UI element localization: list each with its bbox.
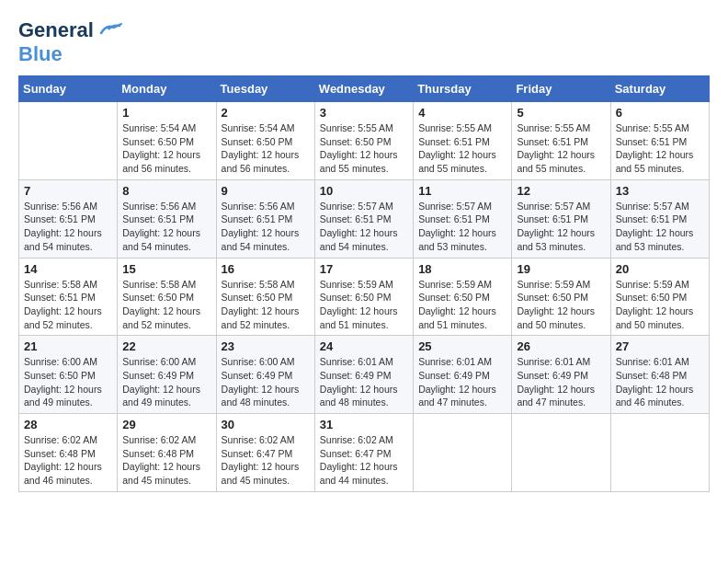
calendar-cell: 19Sunrise: 5:59 AM Sunset: 6:50 PM Dayli…: [512, 258, 610, 336]
day-info: Sunrise: 6:02 AM Sunset: 6:48 PM Dayligh…: [24, 433, 112, 488]
day-number: 18: [418, 262, 506, 276]
calendar-cell: 20Sunrise: 5:59 AM Sunset: 6:50 PM Dayli…: [610, 258, 709, 336]
calendar-cell: 23Sunrise: 6:00 AM Sunset: 6:49 PM Dayli…: [216, 336, 314, 414]
day-info: Sunrise: 5:57 AM Sunset: 6:51 PM Dayligh…: [517, 200, 605, 254]
calendar-cell: 30Sunrise: 6:02 AM Sunset: 6:47 PM Dayli…: [216, 414, 314, 492]
calendar-cell: 12Sunrise: 5:57 AM Sunset: 6:51 PM Dayli…: [512, 179, 610, 258]
day-number: 28: [24, 418, 112, 431]
day-info: Sunrise: 6:01 AM Sunset: 6:48 PM Dayligh…: [616, 355, 704, 409]
calendar-cell: 17Sunrise: 5:59 AM Sunset: 6:50 PM Dayli…: [314, 258, 413, 336]
day-number: 4: [418, 106, 506, 120]
calendar-header-row: SundayMondayTuesdayWednesdayThursdayFrid…: [19, 76, 710, 102]
day-info: Sunrise: 6:00 AM Sunset: 6:50 PM Dayligh…: [24, 355, 112, 409]
day-info: Sunrise: 5:55 AM Sunset: 6:51 PM Dayligh…: [418, 121, 506, 176]
day-number: 8: [122, 184, 210, 198]
calendar-cell: 24Sunrise: 6:01 AM Sunset: 6:49 PM Dayli…: [314, 336, 413, 414]
day-number: 2: [222, 106, 310, 120]
day-info: Sunrise: 6:01 AM Sunset: 6:49 PM Dayligh…: [517, 355, 605, 409]
day-info: Sunrise: 6:02 AM Sunset: 6:48 PM Dayligh…: [122, 433, 210, 488]
calendar-cell: 8Sunrise: 5:56 AM Sunset: 6:51 PM Daylig…: [118, 179, 216, 258]
calendar-cell: 7Sunrise: 5:56 AM Sunset: 6:51 PM Daylig…: [19, 179, 118, 258]
day-number: 29: [122, 418, 210, 431]
calendar-cell: [610, 414, 709, 492]
day-number: 12: [517, 184, 605, 198]
calendar-cell: [19, 102, 118, 180]
day-number: 6: [616, 106, 704, 120]
weekday-header-sunday: Sunday: [19, 76, 118, 102]
calendar-cell: 27Sunrise: 6:01 AM Sunset: 6:48 PM Dayli…: [610, 336, 709, 414]
calendar-cell: 6Sunrise: 5:55 AM Sunset: 6:51 PM Daylig…: [610, 102, 709, 180]
day-number: 20: [616, 262, 704, 276]
day-number: 31: [320, 418, 408, 431]
calendar-cell: 4Sunrise: 5:55 AM Sunset: 6:51 PM Daylig…: [414, 102, 512, 180]
day-info: Sunrise: 5:56 AM Sunset: 6:51 PM Dayligh…: [222, 200, 310, 254]
calendar-cell: 25Sunrise: 6:01 AM Sunset: 6:49 PM Dayli…: [414, 336, 512, 414]
calendar-cell: 15Sunrise: 5:58 AM Sunset: 6:50 PM Dayli…: [118, 258, 216, 336]
calendar-cell: 31Sunrise: 6:02 AM Sunset: 6:47 PM Dayli…: [314, 414, 413, 492]
calendar-cell: 13Sunrise: 5:57 AM Sunset: 6:51 PM Dayli…: [610, 179, 709, 258]
day-number: 9: [222, 184, 310, 198]
day-info: Sunrise: 5:54 AM Sunset: 6:50 PM Dayligh…: [222, 121, 310, 176]
day-info: Sunrise: 5:56 AM Sunset: 6:51 PM Dayligh…: [24, 200, 112, 254]
day-number: 15: [122, 262, 210, 276]
day-info: Sunrise: 5:57 AM Sunset: 6:51 PM Dayligh…: [320, 200, 408, 254]
day-info: Sunrise: 6:01 AM Sunset: 6:49 PM Dayligh…: [320, 355, 408, 409]
calendar-cell: 2Sunrise: 5:54 AM Sunset: 6:50 PM Daylig…: [216, 102, 314, 180]
day-number: 14: [24, 262, 112, 276]
logo-blue: Blue: [18, 42, 63, 65]
day-info: Sunrise: 5:55 AM Sunset: 6:50 PM Dayligh…: [320, 121, 408, 176]
logo-general: General: [18, 18, 94, 42]
calendar-cell: [512, 414, 610, 492]
day-info: Sunrise: 6:00 AM Sunset: 6:49 PM Dayligh…: [122, 355, 210, 409]
weekday-header-friday: Friday: [512, 76, 610, 102]
calendar-cell: 21Sunrise: 6:00 AM Sunset: 6:50 PM Dayli…: [19, 336, 118, 414]
day-number: 25: [418, 339, 506, 353]
weekday-header-monday: Monday: [118, 76, 216, 102]
calendar-cell: 29Sunrise: 6:02 AM Sunset: 6:48 PM Dayli…: [118, 414, 216, 492]
calendar-cell: 18Sunrise: 5:59 AM Sunset: 6:50 PM Dayli…: [414, 258, 512, 336]
calendar-week-row: 7Sunrise: 5:56 AM Sunset: 6:51 PM Daylig…: [19, 179, 710, 258]
calendar-cell: 1Sunrise: 5:54 AM Sunset: 6:50 PM Daylig…: [118, 102, 216, 180]
day-info: Sunrise: 6:02 AM Sunset: 6:47 PM Dayligh…: [320, 433, 408, 488]
day-info: Sunrise: 5:56 AM Sunset: 6:51 PM Dayligh…: [122, 200, 210, 254]
day-info: Sunrise: 5:59 AM Sunset: 6:50 PM Dayligh…: [418, 278, 506, 332]
calendar-cell: [414, 414, 512, 492]
calendar-cell: 5Sunrise: 5:55 AM Sunset: 6:51 PM Daylig…: [512, 102, 610, 180]
day-info: Sunrise: 5:59 AM Sunset: 6:50 PM Dayligh…: [517, 278, 605, 332]
calendar-cell: 11Sunrise: 5:57 AM Sunset: 6:51 PM Dayli…: [414, 179, 512, 258]
calendar-week-row: 28Sunrise: 6:02 AM Sunset: 6:48 PM Dayli…: [19, 414, 710, 492]
calendar-cell: 9Sunrise: 5:56 AM Sunset: 6:51 PM Daylig…: [216, 179, 314, 258]
weekday-header-wednesday: Wednesday: [314, 76, 413, 102]
day-number: 27: [616, 339, 704, 353]
day-info: Sunrise: 5:57 AM Sunset: 6:51 PM Dayligh…: [418, 200, 506, 254]
calendar-cell: 22Sunrise: 6:00 AM Sunset: 6:49 PM Dayli…: [118, 336, 216, 414]
day-info: Sunrise: 5:58 AM Sunset: 6:50 PM Dayligh…: [222, 278, 310, 332]
day-info: Sunrise: 5:55 AM Sunset: 6:51 PM Dayligh…: [616, 121, 704, 176]
day-number: 26: [517, 339, 605, 353]
calendar-table: SundayMondayTuesdayWednesdayThursdayFrid…: [18, 75, 710, 492]
day-info: Sunrise: 5:58 AM Sunset: 6:50 PM Dayligh…: [122, 278, 210, 332]
calendar-cell: 14Sunrise: 5:58 AM Sunset: 6:51 PM Dayli…: [19, 258, 118, 336]
day-number: 13: [616, 184, 704, 198]
day-info: Sunrise: 5:59 AM Sunset: 6:50 PM Dayligh…: [616, 278, 704, 332]
day-number: 24: [320, 339, 408, 353]
weekday-header-thursday: Thursday: [414, 76, 512, 102]
day-number: 17: [320, 262, 408, 276]
calendar-cell: 26Sunrise: 6:01 AM Sunset: 6:49 PM Dayli…: [512, 336, 610, 414]
calendar-cell: 10Sunrise: 5:57 AM Sunset: 6:51 PM Dayli…: [314, 179, 413, 258]
logo: General Blue: [18, 18, 123, 66]
logo-bird-icon: [94, 20, 123, 40]
day-number: 3: [320, 106, 408, 120]
day-number: 21: [24, 339, 112, 353]
day-number: 1: [122, 106, 210, 120]
weekday-header-saturday: Saturday: [610, 76, 709, 102]
day-number: 22: [122, 339, 210, 353]
day-info: Sunrise: 5:57 AM Sunset: 6:51 PM Dayligh…: [616, 200, 704, 254]
day-info: Sunrise: 5:54 AM Sunset: 6:50 PM Dayligh…: [122, 121, 210, 176]
day-number: 10: [320, 184, 408, 198]
day-info: Sunrise: 6:01 AM Sunset: 6:49 PM Dayligh…: [418, 355, 506, 409]
day-info: Sunrise: 6:02 AM Sunset: 6:47 PM Dayligh…: [222, 433, 310, 488]
calendar-week-row: 21Sunrise: 6:00 AM Sunset: 6:50 PM Dayli…: [19, 336, 710, 414]
header: General Blue: [18, 18, 710, 66]
weekday-header-tuesday: Tuesday: [216, 76, 314, 102]
